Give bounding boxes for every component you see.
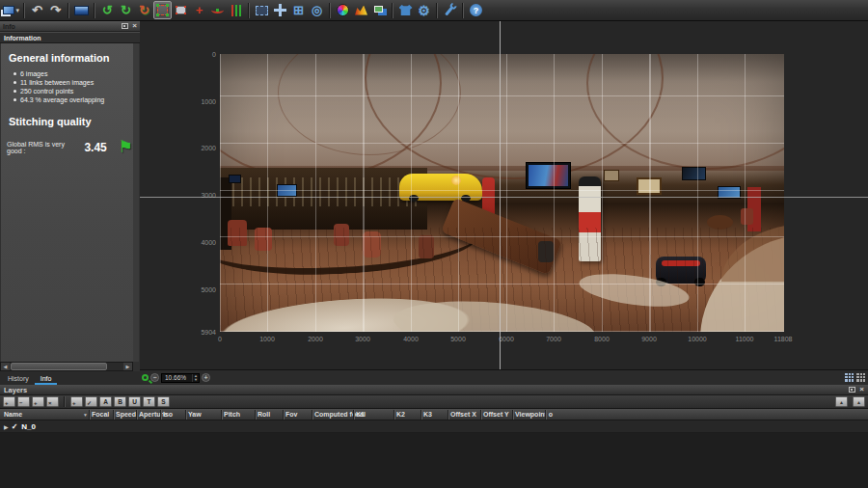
column-k2[interactable]: K2 xyxy=(396,411,405,418)
float-panel-icon[interactable] xyxy=(122,23,128,29)
x-axis-label: 4000 xyxy=(392,336,430,342)
column-offset-y[interactable]: Offset Y xyxy=(483,411,509,418)
close-icon[interactable]: × xyxy=(859,386,864,393)
zoom-level-value: 10.66% xyxy=(162,374,192,381)
editor-canvas[interactable]: 0 1000 2000 3000 4000 5000 5904 xyxy=(140,21,868,369)
layer-preset-b-button[interactable]: B xyxy=(114,396,126,407)
vertical-lines-tool[interactable] xyxy=(227,1,245,19)
remove-layer-button[interactable]: − xyxy=(17,396,30,407)
layer-preset-t-button[interactable]: T xyxy=(143,396,155,407)
spin-down-icon[interactable]: ▼ xyxy=(193,378,199,382)
y-axis-label: 5000 xyxy=(169,286,216,293)
toolbar-separator xyxy=(248,3,250,18)
column-focal[interactable]: Focal xyxy=(92,411,109,418)
move-tool[interactable] xyxy=(271,1,289,19)
info-panel-titlebar[interactable]: Info × xyxy=(0,21,140,32)
zoom-level-field[interactable]: 10.66% ▲ ▼ xyxy=(161,373,200,383)
rectangle-tool[interactable] xyxy=(172,1,190,19)
x-axis-label: 8000 xyxy=(583,336,621,342)
column-name[interactable]: Name xyxy=(4,411,22,418)
column-separator xyxy=(480,410,481,420)
expander-icon[interactable]: ▶ xyxy=(4,423,9,430)
zoom-spinner[interactable]: ▲ ▼ xyxy=(192,374,199,382)
column-speed[interactable]: Speed xyxy=(116,411,136,418)
chevron-down-icon[interactable]: ▾ xyxy=(15,7,19,14)
float-panel-icon[interactable] xyxy=(849,387,855,393)
panel-up-button-2[interactable]: ▲ xyxy=(853,396,865,407)
column-offset-x[interactable]: Offset X xyxy=(450,411,476,418)
thumbnails-view-icon[interactable] xyxy=(845,373,854,382)
render-settings-button[interactable] xyxy=(441,1,459,19)
images-stack-icon xyxy=(374,6,383,13)
sort-descending-icon[interactable]: ▼ xyxy=(83,412,88,418)
layers-panel-titlebar[interactable]: Layers × xyxy=(0,385,868,395)
rotate-cw-tool[interactable]: ↻ xyxy=(117,1,135,19)
levels-button[interactable] xyxy=(352,1,370,19)
vertical-lines-icon xyxy=(231,5,233,16)
crop-tool-selected[interactable] xyxy=(153,1,172,19)
layer-name: N_0 xyxy=(21,422,36,431)
x-axis-label: 3000 xyxy=(343,336,382,342)
panel-up-button[interactable]: ▲ xyxy=(835,396,848,407)
marquee-select-tool[interactable] xyxy=(253,1,271,19)
information-section-label: Information xyxy=(4,35,41,41)
help-button[interactable]: ? xyxy=(467,1,485,19)
column-iso[interactable]: Iso xyxy=(163,411,173,418)
column-pitch[interactable]: Pitch xyxy=(224,411,240,418)
mask-button[interactable] xyxy=(396,1,415,19)
list-item: 11 links between images xyxy=(20,78,133,87)
duplicate-layer-button[interactable]: + xyxy=(32,396,44,407)
control-points-tool[interactable]: ⊞ xyxy=(289,1,308,19)
column-fov[interactable]: Fov xyxy=(285,411,297,418)
layer-visibility-checkbox[interactable]: ✓ xyxy=(12,422,18,431)
merge-layer-button[interactable]: × xyxy=(46,396,59,407)
tab-info[interactable]: Info xyxy=(35,373,58,385)
images-properties-button[interactable] xyxy=(370,1,389,19)
vertical-guide-line xyxy=(500,21,501,369)
tab-history[interactable]: History xyxy=(2,373,35,385)
layer-preset-u-button[interactable]: U xyxy=(128,396,141,407)
new-layer-button[interactable]: + xyxy=(3,396,15,407)
x-axis-label: 6000 xyxy=(487,336,526,342)
column-k1[interactable]: K1 xyxy=(356,411,365,418)
rotate-ccw-tool[interactable]: ↺ xyxy=(98,1,117,19)
target-tool[interactable]: ◎ xyxy=(308,1,326,19)
wrench-icon xyxy=(441,1,458,18)
center-point-tool[interactable]: + xyxy=(190,1,208,19)
move-icon xyxy=(274,4,286,16)
redo-button[interactable]: ↷ xyxy=(46,1,65,19)
panorama-image[interactable] xyxy=(220,54,784,332)
rotate-3d-tool[interactable]: ↻ xyxy=(135,1,153,19)
info-dock: Info × Information General information 6… xyxy=(0,21,140,385)
zoom-out-button[interactable]: − xyxy=(150,373,159,382)
toolbar-separator xyxy=(23,3,25,18)
horizon-tool[interactable] xyxy=(208,1,227,19)
color-correction-button[interactable] xyxy=(334,1,352,19)
layer-preset-a-button[interactable]: A xyxy=(99,396,112,407)
information-section-header: Information xyxy=(0,32,140,43)
vertical-scrollbar[interactable] xyxy=(133,43,139,362)
settings-button[interactable]: ⚙ xyxy=(415,1,433,19)
grid-view-icon[interactable] xyxy=(856,373,865,382)
list-item: 6 images xyxy=(20,69,133,78)
column-roll[interactable]: Roll xyxy=(258,411,270,418)
new-edit-button[interactable]: ▾ xyxy=(2,1,20,19)
column-yaw[interactable]: Yaw xyxy=(188,411,202,418)
scroll-left-icon[interactable]: ◀ xyxy=(1,363,10,370)
horizontal-scrollbar[interactable]: ◀ ▶ xyxy=(0,362,133,371)
layer-preset-s-button[interactable]: S xyxy=(157,396,170,407)
zoom-in-button[interactable]: + xyxy=(202,373,210,382)
scroll-right-icon[interactable]: ▶ xyxy=(123,363,132,370)
levels-histogram-icon xyxy=(355,6,367,15)
auto-detect-button[interactable] xyxy=(72,1,91,19)
list-item: 250 control points xyxy=(20,87,133,95)
close-icon[interactable]: × xyxy=(132,22,137,30)
add-images-button[interactable]: + xyxy=(70,396,83,407)
apply-images-button[interactable]: ✓ xyxy=(85,396,97,407)
undo-button[interactable]: ↶ xyxy=(28,1,46,19)
column-viewpoint[interactable]: Viewpoint o xyxy=(515,411,553,418)
layer-row-n0[interactable]: ▶ ✓ N_0 xyxy=(0,420,868,433)
horizontal-guide-line xyxy=(140,197,868,198)
scrollbar-thumb[interactable] xyxy=(11,363,107,370)
column-k3[interactable]: K3 xyxy=(423,411,432,418)
